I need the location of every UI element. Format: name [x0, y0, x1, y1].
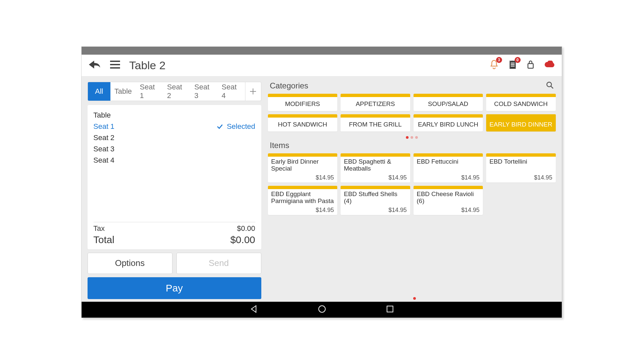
seat-tab-seat-1[interactable]: Seat 1 [136, 82, 163, 101]
categories-page-dots[interactable] [268, 136, 556, 139]
content-area: All Table Seat 1 Seat 2 Seat 3 Seat 4 Ta… [82, 77, 562, 302]
page-dot [415, 136, 418, 139]
category-card[interactable]: HOT SANDWICH [268, 114, 338, 131]
app-bar: Table 2 3 0 [82, 55, 562, 77]
category-card[interactable]: APPETIZERS [341, 94, 410, 111]
nav-back-button[interactable] [249, 305, 258, 315]
seat-row-label: Seat 2 [94, 133, 115, 142]
item-price: $14.95 [271, 174, 334, 181]
seat-row[interactable]: Table [94, 110, 255, 121]
category-card[interactable]: COLD SANDWICH [486, 94, 556, 111]
item-stripe [414, 153, 483, 157]
seat-tab-seat-4[interactable]: Seat 4 [218, 82, 245, 101]
seat-tab-table[interactable]: Table [110, 82, 136, 101]
seat-row[interactable]: Seat 4 [94, 155, 255, 166]
item-price: $14.95 [344, 174, 407, 181]
search-button[interactable] [546, 81, 554, 90]
items-page-dots[interactable] [267, 297, 562, 300]
item-card[interactable]: EBD Stuffed Shells (4)$14.95 [341, 186, 410, 215]
item-card[interactable]: Early Bird Dinner Special$14.95 [268, 153, 338, 182]
seat-row[interactable]: Seat 3 [94, 143, 255, 155]
selected-text: Selected [227, 122, 255, 131]
item-stripe [268, 186, 338, 189]
appbar-right-icons: 3 0 [489, 60, 555, 71]
svg-rect-9 [387, 306, 393, 312]
seat-row[interactable]: Seat 1Selected [94, 121, 255, 132]
category-stripe [414, 94, 483, 97]
seat-row-label: Table [94, 111, 111, 120]
options-button[interactable]: Options [88, 253, 172, 274]
totals: Tax $0.00 Total $0.00 [94, 224, 255, 246]
category-stripe [414, 114, 483, 118]
item-price: $14.95 [344, 207, 407, 214]
tax-value: $0.00 [237, 224, 255, 233]
lock-icon [527, 60, 535, 70]
check-icon [216, 123, 224, 130]
item-price: $14.95 [417, 207, 480, 214]
cloud-icon [544, 61, 555, 69]
item-stripe [486, 153, 556, 157]
receipts-button[interactable]: 0 [508, 60, 517, 71]
total-value: $0.00 [230, 234, 255, 245]
seat-tab-seat-3[interactable]: Seat 3 [190, 82, 218, 101]
svg-rect-1 [110, 64, 120, 65]
category-stripe [268, 94, 338, 97]
item-stripe [414, 186, 483, 189]
lock-button[interactable] [527, 60, 535, 71]
items-grid: Early Bird Dinner Special$14.95EBD Spagh… [268, 153, 556, 215]
categories-grid: MODIFIERSAPPETIZERSSOUP/SALADCOLD SANDWI… [268, 94, 556, 131]
item-stripe [341, 186, 410, 189]
pay-button[interactable]: Pay [88, 277, 261, 299]
nav-home-button[interactable] [318, 305, 326, 315]
category-card[interactable]: SOUP/SALAD [414, 94, 483, 111]
add-seat-button[interactable] [245, 82, 261, 101]
seat-row[interactable]: Seat 2 [94, 132, 255, 143]
category-card[interactable]: MODIFIERS [268, 94, 338, 111]
category-card[interactable]: FROM THE GRILL [341, 114, 410, 131]
category-stripe [486, 94, 556, 97]
nav-recent-button[interactable] [386, 305, 394, 314]
svg-rect-0 [110, 61, 120, 62]
plus-icon [249, 88, 257, 95]
send-button[interactable]: Send [176, 253, 261, 274]
category-label: MODIFIERS [268, 97, 338, 111]
back-button[interactable] [88, 60, 101, 71]
back-arrow-icon [88, 60, 101, 70]
notifications-badge: 3 [496, 57, 502, 63]
seat-tab-all[interactable]: All [88, 82, 110, 101]
order-list: TableSeat 1SelectedSeat 2Seat 3Seat 4 [94, 110, 255, 220]
nav-recent-icon [386, 305, 394, 313]
cloud-status-button[interactable] [544, 61, 555, 70]
seat-row-label: Seat 1 [94, 122, 115, 131]
category-stripe [268, 114, 338, 118]
item-stripe [341, 153, 410, 157]
nav-back-icon [249, 305, 258, 313]
item-card[interactable]: EBD Cheese Ravioli (6)$14.95 [414, 186, 483, 215]
search-icon [546, 81, 554, 89]
menu-button[interactable] [110, 61, 120, 70]
tax-label: Tax [94, 224, 105, 233]
category-label: EARLY BIRD LUNCH [414, 118, 483, 131]
total-label: Total [94, 234, 114, 245]
device-frame: Table 2 3 0 All Table [81, 46, 562, 318]
item-card[interactable]: EBD Spaghetti & Meatballs$14.95 [341, 153, 410, 182]
category-stripe [341, 94, 410, 97]
item-price: $14.95 [489, 174, 552, 181]
category-card[interactable]: EARLY BIRD LUNCH [414, 114, 483, 131]
categories-label: Categories [270, 81, 308, 90]
item-name: EBD Fettuccini [417, 158, 480, 165]
item-card[interactable]: EBD Eggplant Parmigiana with Pasta$14.95 [268, 186, 338, 215]
category-label: COLD SANDWICH [486, 97, 556, 111]
divider [94, 222, 255, 222]
action-row: Options Send [88, 253, 261, 274]
item-card[interactable]: EBD Tortellini$14.95 [486, 153, 556, 182]
notifications-button[interactable]: 3 [489, 60, 499, 71]
category-card[interactable]: EARLY BIRD DINNER [486, 114, 556, 131]
seat-row-label: Seat 3 [94, 145, 115, 153]
seat-tab-seat-2[interactable]: Seat 2 [163, 82, 190, 101]
category-stripe [341, 114, 410, 118]
item-card[interactable]: EBD Fettuccini$14.95 [414, 153, 483, 182]
hamburger-icon [110, 61, 120, 69]
svg-rect-6 [528, 64, 533, 68]
order-panel: All Table Seat 1 Seat 2 Seat 3 Seat 4 Ta… [82, 77, 267, 302]
